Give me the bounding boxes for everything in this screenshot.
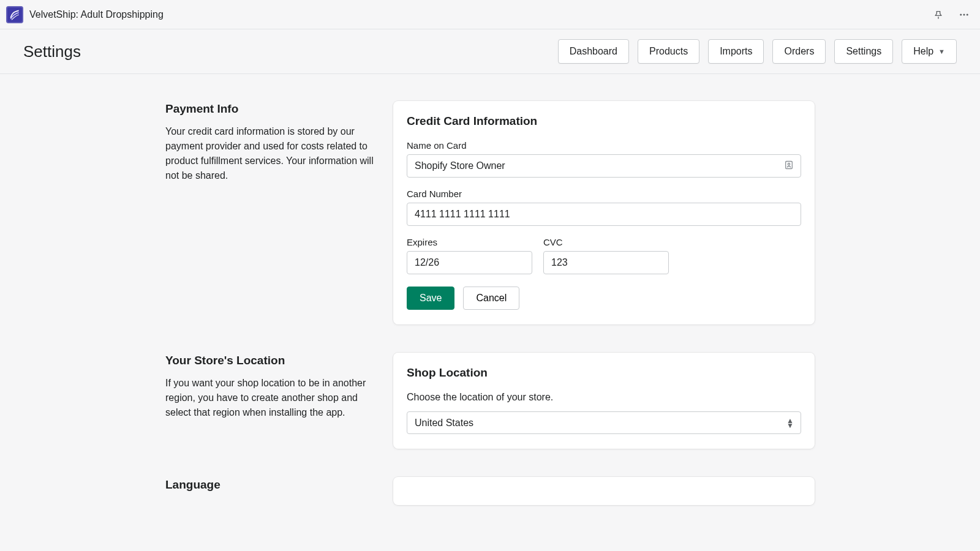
nav-settings[interactable]: Settings xyxy=(834,39,893,64)
content-scroll[interactable]: Payment Info Your credit card informatio… xyxy=(0,74,980,551)
app-icon xyxy=(6,6,23,23)
section-payment: Payment Info Your credit card informatio… xyxy=(165,101,815,324)
location-aside: Your Store's Location If you want your s… xyxy=(165,353,379,449)
top-nav: Dashboard Products Imports Orders Settin… xyxy=(558,39,957,64)
svg-point-1 xyxy=(963,13,965,15)
page-title: Settings xyxy=(23,42,81,61)
name-on-card-label: Name on Card xyxy=(407,140,801,151)
pin-icon[interactable] xyxy=(931,7,946,22)
payment-card-title: Credit Card Information xyxy=(407,114,801,128)
location-card-title: Shop Location xyxy=(407,366,801,380)
section-location: Your Store's Location If you want your s… xyxy=(165,353,815,449)
card-number-label: Card Number xyxy=(407,189,801,199)
card-number-input[interactable] xyxy=(407,203,801,226)
section-language: Language xyxy=(165,477,815,505)
svg-point-4 xyxy=(788,163,790,165)
location-select[interactable]: United States xyxy=(407,411,801,434)
app-bar: VelvetShip: Adult Dropshipping xyxy=(0,0,980,29)
language-aside: Language xyxy=(165,477,379,505)
expires-label: Expires xyxy=(407,237,532,247)
location-select-wrap: United States ▲▼ xyxy=(407,411,801,434)
cvc-input[interactable] xyxy=(543,251,669,274)
page-header: Settings Dashboard Products Imports Orde… xyxy=(0,29,980,74)
nav-help-label: Help xyxy=(913,46,933,57)
cvc-label: CVC xyxy=(543,237,669,247)
contact-card-icon xyxy=(784,160,794,172)
field-card-number: Card Number xyxy=(407,189,801,226)
location-card: Shop Location Choose the location of you… xyxy=(393,353,815,449)
cancel-button[interactable]: Cancel xyxy=(463,287,519,310)
payment-aside-desc: Your credit card information is stored b… xyxy=(165,124,379,183)
app-bar-left: VelvetShip: Adult Dropshipping xyxy=(6,6,164,23)
nav-imports[interactable]: Imports xyxy=(708,39,764,64)
payment-actions: Save Cancel xyxy=(407,287,801,310)
payment-aside-title: Payment Info xyxy=(165,102,379,116)
location-aside-title: Your Store's Location xyxy=(165,354,379,367)
nav-dashboard[interactable]: Dashboard xyxy=(558,39,629,64)
svg-point-2 xyxy=(967,13,968,15)
payment-card: Credit Card Information Name on Card Car… xyxy=(393,101,815,324)
field-expires: Expires xyxy=(407,237,532,274)
app-bar-actions xyxy=(931,7,971,22)
location-aside-desc: If you want your shop location to be in … xyxy=(165,376,379,420)
app-title: VelvetShip: Adult Dropshipping xyxy=(29,9,164,20)
field-name-on-card: Name on Card xyxy=(407,140,801,178)
name-on-card-input[interactable] xyxy=(407,154,801,178)
field-cvc: CVC xyxy=(543,237,669,274)
nav-help[interactable]: Help ▼ xyxy=(902,39,957,64)
content: Payment Info Your credit card informatio… xyxy=(165,74,815,542)
nav-products[interactable]: Products xyxy=(638,39,699,64)
more-icon[interactable] xyxy=(957,7,971,22)
location-sublabel: Choose the location of your store. xyxy=(407,392,801,403)
chevron-down-icon: ▼ xyxy=(938,48,945,55)
language-aside-title: Language xyxy=(165,478,379,492)
language-card xyxy=(393,477,815,505)
payment-aside: Payment Info Your credit card informatio… xyxy=(165,101,379,324)
save-button[interactable]: Save xyxy=(407,287,454,310)
svg-point-0 xyxy=(960,13,962,15)
expires-input[interactable] xyxy=(407,251,532,274)
nav-orders[interactable]: Orders xyxy=(772,39,826,64)
